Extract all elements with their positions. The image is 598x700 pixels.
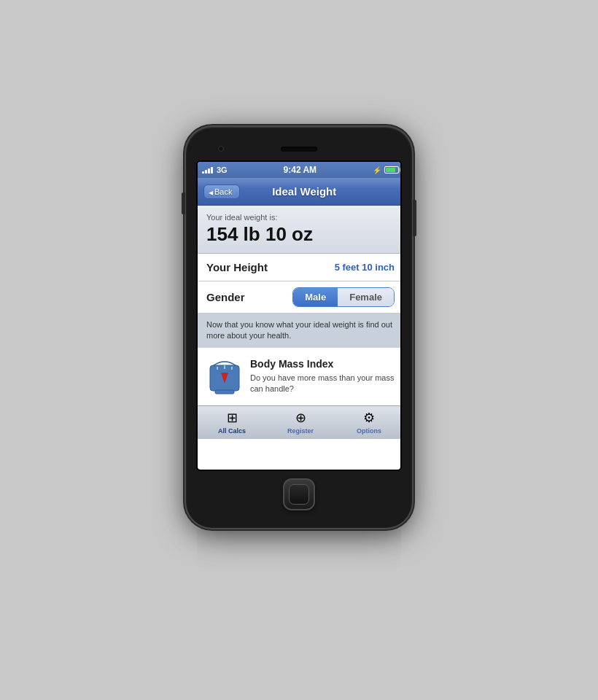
power-button xyxy=(413,200,416,236)
result-value: 154 lb 10 oz xyxy=(206,223,395,246)
height-value: 5 feet 10 inch xyxy=(335,262,395,273)
options-icon: ⚙ xyxy=(363,410,375,426)
signal-bar-1 xyxy=(202,171,204,174)
result-label: Your ideal weight is: xyxy=(206,213,395,222)
home-button[interactable] xyxy=(283,478,315,510)
volume-button xyxy=(182,192,185,214)
signal-bars xyxy=(202,167,213,174)
result-card: Your ideal weight is: 154 lb 10 oz xyxy=(198,206,402,254)
female-toggle-button[interactable]: Female xyxy=(338,288,394,306)
nav-bar: Back Ideal Weight xyxy=(198,178,402,206)
register-icon: ⊕ xyxy=(295,410,306,426)
gender-row: Gender Male Female xyxy=(198,281,402,314)
tab-register[interactable]: ⊕ Register xyxy=(266,406,335,439)
bmi-title: Body Mass Index xyxy=(250,358,395,370)
svg-rect-2 xyxy=(215,390,234,394)
nav-title: Ideal Weight xyxy=(240,185,368,198)
signal-bar-3 xyxy=(208,168,210,174)
status-left: 3G xyxy=(202,166,228,174)
info-text: Now that you know what your ideal weight… xyxy=(198,314,402,348)
gender-toggle: Male Female xyxy=(292,287,395,307)
tab-bar: ⊞ All Calcs ⊕ Register ⚙ Options xyxy=(198,405,402,439)
tab-all-calcs-label: All Calcs xyxy=(218,427,246,435)
tab-register-label: Register xyxy=(287,427,314,435)
signal-bar-4 xyxy=(211,167,213,174)
bmi-card[interactable]: Body Mass Index Do you have more mass th… xyxy=(198,351,402,405)
height-row[interactable]: Your Height 5 feet 10 inch xyxy=(198,254,402,281)
bmi-content: Body Mass Index Do you have more mass th… xyxy=(250,358,395,395)
tab-options-label: Options xyxy=(357,427,381,435)
back-button[interactable]: Back xyxy=(203,184,240,199)
screen-bezel: 3G 9:42 AM ⚡ Back Ideal Weight xyxy=(196,160,402,471)
earpiece-speaker xyxy=(281,147,317,152)
bmi-description: Do you have more mass than your mass can… xyxy=(250,373,395,395)
status-right: ⚡ xyxy=(373,166,399,174)
status-bar: 3G 9:42 AM ⚡ xyxy=(198,162,402,178)
tab-options[interactable]: ⚙ Options xyxy=(335,406,402,439)
screen: 3G 9:42 AM ⚡ Back Ideal Weight xyxy=(198,162,402,470)
gender-label: Gender xyxy=(206,291,245,303)
bluetooth-icon: ⚡ xyxy=(373,166,381,174)
phone-shell: 3G 9:42 AM ⚡ Back Ideal Weight xyxy=(186,127,412,528)
phone-reflection xyxy=(197,529,401,573)
front-camera xyxy=(218,146,224,152)
all-calcs-icon: ⊞ xyxy=(227,410,238,426)
status-time: 9:42 AM xyxy=(284,165,317,175)
signal-bar-2 xyxy=(205,170,207,174)
scene: 3G 9:42 AM ⚡ Back Ideal Weight xyxy=(186,127,412,573)
battery-icon xyxy=(384,166,399,174)
male-toggle-button[interactable]: Male xyxy=(293,288,338,306)
home-button-inner xyxy=(289,484,309,505)
phone-bottom xyxy=(196,471,402,518)
phone-top xyxy=(196,137,402,160)
battery-fill xyxy=(386,168,395,172)
bmi-icon xyxy=(206,358,243,398)
height-label: Your Height xyxy=(206,261,268,273)
tab-all-calcs[interactable]: ⊞ All Calcs xyxy=(198,406,266,439)
signal-label: 3G xyxy=(217,166,228,174)
